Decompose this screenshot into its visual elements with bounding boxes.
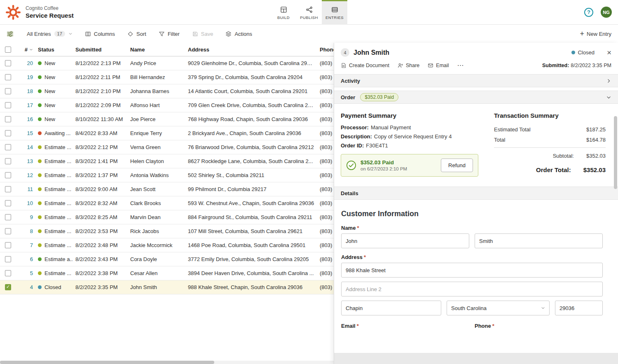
- close-icon[interactable]: ×: [607, 49, 611, 56]
- row-checkbox[interactable]: [5, 172, 11, 178]
- new-entry-button[interactable]: + New Entry: [580, 30, 611, 37]
- entry-number-link[interactable]: 7: [30, 242, 33, 248]
- row-checkbox[interactable]: [5, 270, 11, 276]
- row-checkbox[interactable]: [5, 228, 11, 234]
- share-button[interactable]: Share: [398, 63, 419, 68]
- company-name: Cognito Coffee: [26, 5, 74, 11]
- avatar[interactable]: NG: [601, 7, 612, 18]
- row-checkbox[interactable]: [5, 102, 11, 108]
- activity-label: Activity: [341, 78, 360, 84]
- status-label: Estimate ...: [44, 144, 71, 150]
- row-checkbox[interactable]: [5, 130, 11, 136]
- horizontal-scrollbar-thumb[interactable]: [0, 361, 214, 364]
- toolbar: All Entries 17 Columns Sort Filter Save …: [0, 25, 618, 43]
- col-header-status[interactable]: Status: [33, 47, 73, 53]
- document-icon: [341, 63, 346, 68]
- row-checkbox[interactable]: [5, 144, 11, 150]
- entry-number-link[interactable]: 11: [28, 186, 33, 192]
- row-checkbox[interactable]: [5, 88, 11, 94]
- tab-build[interactable]: BUILD: [271, 0, 296, 25]
- horizontal-scrollbar[interactable]: [0, 361, 334, 364]
- paid-date: on 6/27/2023 2:10 PM: [360, 166, 407, 171]
- entry-number-link[interactable]: 13: [27, 158, 33, 164]
- row-checkbox[interactable]: [5, 186, 11, 192]
- address-cell: 768 Highway Road, Chapin, South Carolina…: [188, 116, 320, 122]
- entry-number-link[interactable]: 10: [27, 200, 33, 206]
- row-checkbox[interactable]: [5, 158, 11, 164]
- required-asterisk: *: [357, 323, 359, 329]
- panel-footer: [334, 353, 618, 364]
- status-dot: [38, 159, 42, 163]
- entry-number-link[interactable]: 17: [27, 102, 33, 108]
- chevron-down-icon: [606, 95, 611, 100]
- address-cell: 3772 Emily Drive, Columbia, South Caroli…: [188, 256, 320, 262]
- email-field-label: Email*: [341, 323, 469, 329]
- actions-button[interactable]: Actions: [225, 31, 252, 37]
- col-header-name[interactable]: Name: [130, 47, 188, 53]
- zip-input[interactable]: [555, 301, 603, 315]
- view-settings-icon[interactable]: [7, 30, 14, 37]
- phone-field-label: Phone*: [475, 323, 603, 329]
- vertical-scrollbar-thumb[interactable]: [614, 116, 617, 189]
- select-all-checkbox[interactable]: [5, 47, 11, 53]
- row-checkbox[interactable]: [5, 284, 11, 290]
- email-button[interactable]: Email: [428, 63, 449, 68]
- address-field-label: Address*: [341, 254, 607, 260]
- entry-number-link[interactable]: 8: [30, 228, 33, 234]
- entry-number-link[interactable]: 5: [30, 270, 33, 276]
- activity-section-header[interactable]: Activity: [334, 74, 618, 87]
- state-value: South Carolina: [451, 305, 487, 311]
- order-id-field: Order ID:F30E4T1: [341, 142, 489, 149]
- submitted-cell: 8/3/2022 1:41 PM: [73, 158, 130, 164]
- name-cell: Alfonso Hart: [130, 102, 188, 108]
- brand[interactable]: Cognito Coffee Service Request: [0, 5, 74, 20]
- entry-number-link[interactable]: 4: [30, 284, 33, 290]
- first-name-input[interactable]: [341, 233, 469, 248]
- col-header-submitted[interactable]: Submitted: [73, 47, 130, 53]
- tab-publish[interactable]: PUBLISH: [296, 0, 322, 25]
- help-icon[interactable]: ?: [584, 8, 593, 17]
- entry-number-link[interactable]: 12: [27, 172, 33, 178]
- sort-button[interactable]: Sort: [127, 31, 146, 37]
- entry-number-link[interactable]: 18: [27, 88, 33, 94]
- row-checkbox[interactable]: [5, 256, 11, 262]
- tab-entries[interactable]: ENTRIES: [322, 0, 347, 25]
- columns-button[interactable]: Columns: [85, 31, 115, 37]
- row-checkbox[interactable]: [5, 74, 11, 80]
- refund-button[interactable]: Refund: [441, 159, 473, 172]
- entry-number-link[interactable]: 14: [27, 144, 33, 150]
- entry-number-link[interactable]: 9: [30, 214, 33, 220]
- paid-amount: $352.03 Paid: [360, 159, 407, 166]
- details-section-header[interactable]: Details: [334, 187, 618, 200]
- row-checkbox[interactable]: [5, 116, 11, 122]
- row-checkbox[interactable]: [5, 242, 11, 248]
- address-line2-input[interactable]: [341, 282, 603, 296]
- view-selector[interactable]: All Entries 17: [27, 31, 73, 37]
- entry-title: John Smith: [353, 49, 389, 56]
- row-checkbox[interactable]: [5, 200, 11, 206]
- order-section-header[interactable]: Order $352.03 Paid: [334, 91, 618, 104]
- address-line1-input[interactable]: [341, 263, 603, 278]
- col-header-number[interactable]: #: [16, 47, 33, 53]
- tab-label: BUILD: [277, 15, 290, 20]
- status-label: Closed: [44, 284, 61, 290]
- row-checkbox[interactable]: [5, 60, 11, 66]
- entry-number-link[interactable]: 6: [30, 256, 33, 262]
- row-checkbox[interactable]: [5, 214, 11, 220]
- more-actions-button[interactable]: ⋯: [457, 61, 464, 69]
- entry-number-link[interactable]: 15: [27, 130, 33, 136]
- state-select[interactable]: South Carolina: [447, 301, 550, 315]
- city-input[interactable]: [341, 301, 441, 315]
- filter-button[interactable]: Filter: [159, 31, 180, 37]
- last-name-input[interactable]: [475, 233, 603, 248]
- status-dot: [38, 89, 42, 93]
- save-button[interactable]: Save: [192, 31, 213, 37]
- entry-number-link[interactable]: 16: [27, 116, 33, 122]
- status-dot: [571, 51, 575, 54]
- entry-number-link[interactable]: 19: [27, 74, 33, 80]
- name-cell: Helen Clayton: [130, 158, 188, 164]
- col-header-address[interactable]: Address: [188, 47, 320, 53]
- entry-number-link[interactable]: 20: [27, 60, 33, 66]
- create-document-button[interactable]: Create Document: [341, 63, 389, 68]
- brand-text: Cognito Coffee Service Request: [26, 5, 74, 19]
